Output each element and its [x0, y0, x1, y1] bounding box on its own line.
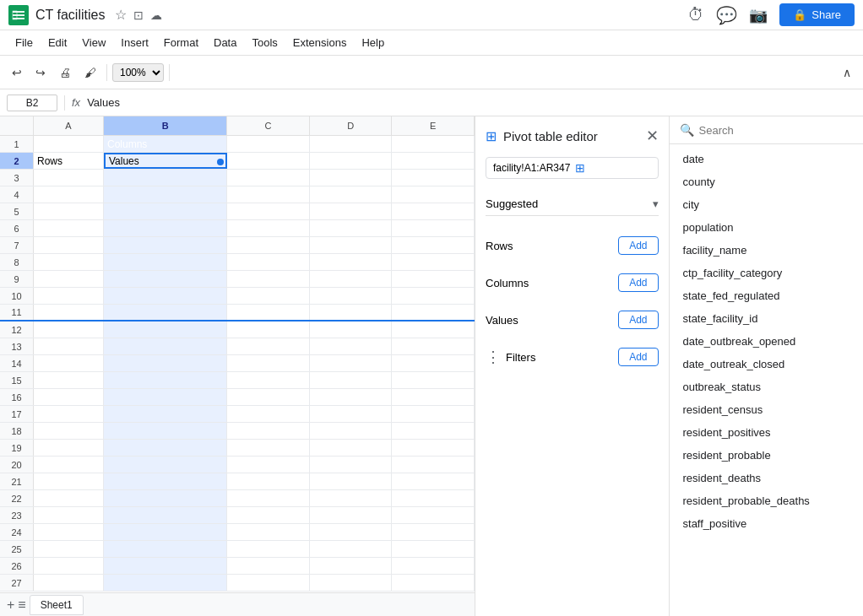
cell-c13[interactable] [227, 338, 310, 354]
cell-a9[interactable] [34, 271, 104, 287]
cell-a21[interactable] [34, 473, 104, 489]
menu-item-insert[interactable]: Insert [114, 33, 155, 52]
cell-a14[interactable] [34, 355, 104, 371]
cell-d11[interactable] [310, 305, 393, 320]
field-item[interactable]: resident_census [670, 398, 863, 421]
cell-e21[interactable] [392, 473, 475, 489]
cell-c9[interactable] [227, 271, 310, 287]
cell-a11[interactable] [34, 305, 104, 320]
grid-select-icon[interactable]: ⊞ [575, 161, 585, 175]
field-item[interactable]: resident_probable_deaths [670, 489, 863, 512]
cell-b3[interactable] [104, 170, 227, 186]
share-button[interactable]: 🔒 Add Share [779, 3, 855, 26]
cell-d17[interactable] [310, 406, 393, 422]
cell-e3[interactable] [392, 170, 475, 186]
cell-e20[interactable] [392, 457, 475, 473]
cell-b17[interactable] [104, 406, 227, 422]
cell-d7[interactable] [310, 237, 393, 253]
cell-e16[interactable] [392, 389, 475, 405]
cell-a3[interactable] [34, 170, 104, 186]
cell-c24[interactable] [227, 524, 310, 540]
cell-e26[interactable] [392, 558, 475, 574]
col-header-c[interactable]: C [227, 116, 310, 135]
history-icon[interactable]: ⏱ [687, 5, 704, 24]
cell-c12[interactable] [227, 322, 310, 338]
cell-b2[interactable]: Values [104, 153, 227, 169]
menu-item-data[interactable]: Data [207, 33, 243, 52]
cell-e11[interactable] [392, 305, 475, 320]
menu-item-edit[interactable]: Edit [41, 33, 73, 52]
cell-e15[interactable] [392, 372, 475, 388]
field-item[interactable]: date [670, 148, 863, 170]
add-rows-button[interactable]: Add [618, 236, 658, 255]
cell-b15[interactable] [104, 372, 227, 388]
field-item[interactable]: resident_probable [670, 444, 863, 467]
cell-b5[interactable] [104, 203, 227, 219]
cell-d25[interactable] [310, 541, 393, 557]
field-item[interactable]: outbreak_status [670, 376, 863, 398]
dots-icon[interactable]: ⋮ [486, 348, 501, 366]
cell-d27[interactable] [310, 575, 393, 591]
menu-item-format[interactable]: Format [157, 33, 205, 52]
cell-b10[interactable] [104, 288, 227, 304]
cell-c22[interactable] [227, 490, 310, 506]
field-item[interactable]: population [670, 216, 863, 239]
cell-a4[interactable] [34, 186, 104, 203]
field-item[interactable]: resident_deaths [670, 467, 863, 489]
cell-b6[interactable] [104, 220, 227, 236]
cell-d1[interactable] [310, 136, 393, 152]
cell-c1[interactable] [227, 136, 310, 152]
cell-b4[interactable] [104, 186, 227, 203]
cell-reference-input[interactable] [7, 95, 57, 111]
cell-a15[interactable] [34, 372, 104, 388]
star-icon[interactable]: ☆ [115, 7, 127, 23]
cell-c17[interactable] [227, 406, 310, 422]
cell-c20[interactable] [227, 457, 310, 473]
cell-d14[interactable] [310, 355, 393, 371]
cell-d18[interactable] [310, 423, 393, 439]
add-sheet-icon[interactable]: + [7, 597, 14, 613]
cell-a13[interactable] [34, 338, 104, 354]
cell-a20[interactable] [34, 457, 104, 473]
cell-c23[interactable] [227, 507, 310, 523]
sheet-menu-icon[interactable]: ≡ [18, 597, 25, 613]
cell-b21[interactable] [104, 473, 227, 489]
col-header-a[interactable]: A [34, 116, 104, 135]
cell-a6[interactable] [34, 220, 104, 236]
cell-a23[interactable] [34, 507, 104, 523]
cell-d3[interactable] [310, 170, 393, 186]
cell-d15[interactable] [310, 372, 393, 388]
cell-e12[interactable] [392, 322, 475, 338]
close-panel-button[interactable]: ✕ [646, 127, 659, 145]
meet-icon[interactable]: 📷 [749, 6, 768, 24]
cell-d20[interactable] [310, 457, 393, 473]
field-item[interactable]: ctp_facility_category [670, 262, 863, 284]
cell-a25[interactable] [34, 541, 104, 557]
col-header-d[interactable]: D [310, 116, 393, 135]
cell-e2[interactable] [392, 153, 475, 169]
cell-b27[interactable] [104, 575, 227, 591]
cell-c16[interactable] [227, 389, 310, 405]
cell-b12[interactable] [104, 322, 227, 338]
cell-e6[interactable] [392, 220, 475, 236]
field-item[interactable]: resident_positives [670, 421, 863, 444]
cell-c7[interactable] [227, 237, 310, 253]
chat-icon[interactable]: 💬 [716, 5, 737, 25]
cell-c6[interactable] [227, 220, 310, 236]
cell-c27[interactable] [227, 575, 310, 591]
cell-c25[interactable] [227, 541, 310, 557]
cloud-icon[interactable]: ☁ [150, 8, 162, 22]
cell-d6[interactable] [310, 220, 393, 236]
cell-a1[interactable] [34, 136, 104, 152]
cell-b13[interactable] [104, 338, 227, 354]
cell-a10[interactable] [34, 288, 104, 304]
cell-d13[interactable] [310, 338, 393, 354]
cell-c3[interactable] [227, 170, 310, 186]
collapse-toolbar-button[interactable]: ∧ [838, 62, 856, 83]
cell-b18[interactable] [104, 423, 227, 439]
cell-b9[interactable] [104, 271, 227, 287]
cell-c2[interactable] [227, 153, 310, 169]
menu-item-view[interactable]: View [75, 33, 112, 52]
cell-b20[interactable] [104, 457, 227, 473]
paint-format-button[interactable]: 🖌 [79, 62, 101, 83]
